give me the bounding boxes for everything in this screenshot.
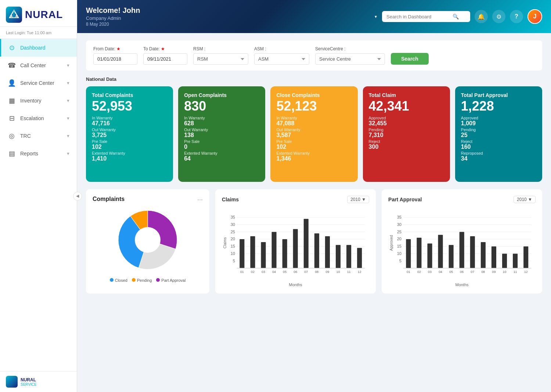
svg-text:02: 02 xyxy=(251,270,255,274)
nav-menu: ⊙ Dashboard ☎ Call Center ▼👤 Service Cen… xyxy=(0,39,77,162)
stat-label: In Warranty xyxy=(184,116,259,120)
search-button[interactable]: Search xyxy=(391,53,429,65)
claims-chart-card: Claims 2010 ▼ 5101520253035Claims0102030… xyxy=(215,189,376,294)
avatar[interactable]: J xyxy=(527,9,542,24)
svg-text:01: 01 xyxy=(240,270,244,274)
help-button[interactable]: ? xyxy=(510,10,523,23)
nav-arrow-inventory: ▼ xyxy=(66,98,70,103)
header-user-info: Welcome! John Company Admin 8 May 2020 xyxy=(86,6,140,27)
last-login: Last Login: Tue 11:00 am xyxy=(0,27,77,39)
header-right: ▼ 🔍 🔔 ⚙ ? J xyxy=(374,9,542,24)
svg-rect-42 xyxy=(357,248,362,268)
stat-row: Out Warranty 138 xyxy=(184,127,259,139)
to-date-input[interactable] xyxy=(143,53,187,65)
svg-text:20: 20 xyxy=(231,237,235,241)
svg-rect-36 xyxy=(325,236,330,268)
search-input[interactable] xyxy=(386,14,453,19)
svg-text:20: 20 xyxy=(397,237,401,241)
stat-label: Reject xyxy=(369,139,444,144)
from-date-input[interactable] xyxy=(93,53,137,65)
svg-text:05: 05 xyxy=(449,270,453,274)
pie-chart-container xyxy=(93,207,203,273)
sidebar-bottom-logo xyxy=(6,376,18,388)
svg-text:06: 06 xyxy=(293,270,297,274)
nav-label-inventory: Inventory xyxy=(20,98,42,104)
stat-value: 34 xyxy=(461,155,536,162)
stat-value: 628 xyxy=(184,120,259,127)
svg-text:05: 05 xyxy=(283,270,287,274)
pie-chart-svg xyxy=(115,207,181,273)
svg-rect-64 xyxy=(428,244,432,268)
sidebar-item-service-center[interactable]: 👤 Service Center ▼ xyxy=(0,74,77,92)
logo-area: NURAL xyxy=(0,0,77,27)
nav-icon-inventory: ▦ xyxy=(8,97,16,105)
svg-rect-22 xyxy=(251,236,255,268)
svg-rect-60 xyxy=(406,239,411,268)
svg-text:11: 11 xyxy=(514,270,517,274)
sidebar-bottom-subtitle: SERVICE xyxy=(21,382,37,386)
stat-label: Pre Sale xyxy=(276,139,352,144)
nav-icon-reports: ▤ xyxy=(8,150,16,158)
stat-value: 47,716 xyxy=(92,120,167,127)
stat-label: Pre Sale xyxy=(184,139,259,144)
rsm-group: RSM : RSM xyxy=(193,46,248,65)
stat-row: In Warranty 628 xyxy=(184,116,259,127)
settings-icon: ⚙ xyxy=(496,13,501,20)
sidebar-collapse-button[interactable]: ◀ xyxy=(73,192,82,201)
asm-select[interactable]: ASM xyxy=(254,53,309,65)
stat-card-title: Close Complaints xyxy=(276,92,352,98)
svg-text:01: 01 xyxy=(407,270,410,274)
sidebar-item-escalation[interactable]: ⊟ Escalation ▼ xyxy=(0,109,77,127)
svg-rect-72 xyxy=(470,236,475,268)
search-icon: 🔍 xyxy=(453,14,459,19)
rsm-select[interactable]: RSM xyxy=(193,53,248,65)
sidebar-item-dashboard[interactable]: ⊙ Dashboard xyxy=(0,39,77,57)
part-approval-year-selector[interactable]: 2010 ▼ xyxy=(514,196,536,203)
settings-button[interactable]: ⚙ xyxy=(492,10,505,23)
svg-rect-66 xyxy=(438,235,443,268)
svg-text:04: 04 xyxy=(272,270,276,274)
stat-row: Pending 25 xyxy=(461,127,536,139)
stat-value: 160 xyxy=(461,144,536,150)
claims-chart-title: Claims xyxy=(222,197,239,202)
svg-text:15: 15 xyxy=(231,244,235,248)
legend-item-part-approval: Part Approval xyxy=(156,278,186,283)
nav-label-call-center: Call Center xyxy=(20,62,46,68)
stat-value: 0 xyxy=(184,144,259,150)
svg-rect-70 xyxy=(460,232,464,268)
svg-rect-34 xyxy=(314,233,319,268)
svg-rect-80 xyxy=(513,253,518,268)
sidebar-item-call-center[interactable]: ☎ Call Center ▼ xyxy=(0,57,77,74)
bell-icon: 🔔 xyxy=(478,13,485,20)
svg-text:02: 02 xyxy=(417,270,421,274)
stat-row: Reproposed 34 xyxy=(461,151,536,162)
claims-chart-svg: 5101520253035Claims010203040506070809101… xyxy=(222,206,369,280)
stat-label: Out Warranty xyxy=(276,127,352,132)
stat-row: Pre Sale 0 xyxy=(184,139,259,150)
svg-rect-68 xyxy=(449,245,454,268)
stat-card-title: Total Complaints xyxy=(92,92,167,98)
sidebar-item-inventory[interactable]: ▦ Inventory ▼ xyxy=(0,92,77,109)
svg-text:10: 10 xyxy=(503,270,507,274)
svg-text:30: 30 xyxy=(231,222,235,227)
stat-label: Extented Warranty xyxy=(92,151,167,155)
stat-row: Reject 160 xyxy=(461,139,536,150)
nav-arrow-escalation: ▼ xyxy=(66,116,70,121)
header-dropdown-arrow[interactable]: ▼ xyxy=(374,15,378,19)
complaints-chart-menu[interactable]: ··· xyxy=(197,196,203,204)
svg-text:08: 08 xyxy=(315,270,319,274)
svg-text:25: 25 xyxy=(231,230,235,234)
part-approval-months-label: Months xyxy=(388,283,536,287)
search-bar[interactable]: 🔍 xyxy=(382,11,470,22)
claims-year-selector[interactable]: 2010 ▼ xyxy=(347,196,369,203)
sidebar-item-trc[interactable]: ◎ TRC ▼ xyxy=(0,127,77,145)
stat-value: 102 xyxy=(276,144,352,150)
service-centre-select[interactable]: Service Centre xyxy=(315,53,385,65)
stat-label: Extented Warranty xyxy=(184,151,259,155)
notification-button[interactable]: 🔔 xyxy=(475,10,488,23)
svg-rect-30 xyxy=(293,229,298,268)
header-date: 8 May 2020 xyxy=(86,22,140,27)
svg-text:10: 10 xyxy=(231,251,235,256)
sidebar-item-reports[interactable]: ▤ Reports ▼ xyxy=(0,145,77,162)
sidebar-bottom-title: NURAL xyxy=(21,377,37,382)
